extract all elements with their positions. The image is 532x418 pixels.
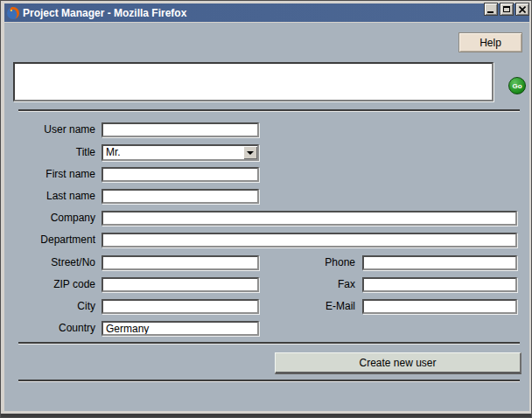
phone-label: Phone [270, 255, 355, 270]
maximize-icon [503, 6, 510, 12]
close-icon [519, 6, 526, 13]
department-label: Department [8, 233, 95, 247]
last-name-input[interactable] [102, 189, 259, 204]
create-new-user-button[interactable]: Create new user [275, 352, 522, 374]
titlebar[interactable]: Project Manager - Mozilla Firefox [4, 3, 529, 22]
section-divider-middle [18, 342, 520, 345]
fax-input[interactable] [362, 277, 517, 292]
title-dropdown-button[interactable] [243, 146, 257, 159]
chevron-down-icon [247, 151, 254, 155]
zip-input[interactable] [102, 277, 259, 292]
app-window: Project Manager - Mozilla Firefox Help G… [0, 0, 532, 418]
go-button[interactable]: Go [508, 77, 526, 94]
user-name-input[interactable] [102, 122, 259, 137]
city-label: City [8, 299, 95, 314]
minimize-button[interactable] [484, 3, 498, 16]
title-label: Title [8, 145, 95, 160]
email-input[interactable] [362, 299, 517, 314]
country-input[interactable] [102, 321, 259, 336]
window-title: Project Manager - Mozilla Firefox [23, 7, 186, 19]
query-textarea[interactable] [13, 62, 494, 101]
phone-input[interactable] [362, 255, 517, 270]
company-input[interactable] [102, 211, 517, 226]
maximize-button[interactable] [500, 3, 514, 16]
first-name-label: First name [8, 167, 95, 182]
street-input[interactable] [102, 255, 259, 270]
firefox-icon [6, 6, 20, 20]
zip-label: ZIP code [8, 277, 95, 292]
close-button[interactable] [515, 3, 529, 16]
minimize-icon [487, 11, 494, 13]
section-divider-top [18, 109, 520, 112]
city-input[interactable] [102, 299, 259, 314]
help-button[interactable]: Help [458, 32, 522, 52]
email-label: E-Mail [270, 299, 355, 314]
country-label: Country [8, 321, 95, 336]
department-input[interactable] [102, 233, 517, 247]
street-label: Street/No [8, 255, 95, 270]
fax-label: Fax [270, 277, 355, 292]
user-name-label: User name [8, 122, 95, 137]
title-select[interactable]: Mr. [102, 144, 259, 161]
last-name-label: Last name [8, 189, 95, 204]
window-controls [484, 3, 529, 16]
company-label: Company [8, 211, 95, 226]
title-selected-value: Mr. [103, 146, 243, 159]
first-name-input[interactable] [102, 167, 259, 182]
section-divider-bottom [18, 380, 520, 382]
window-bottom-edge [1, 414, 532, 417]
